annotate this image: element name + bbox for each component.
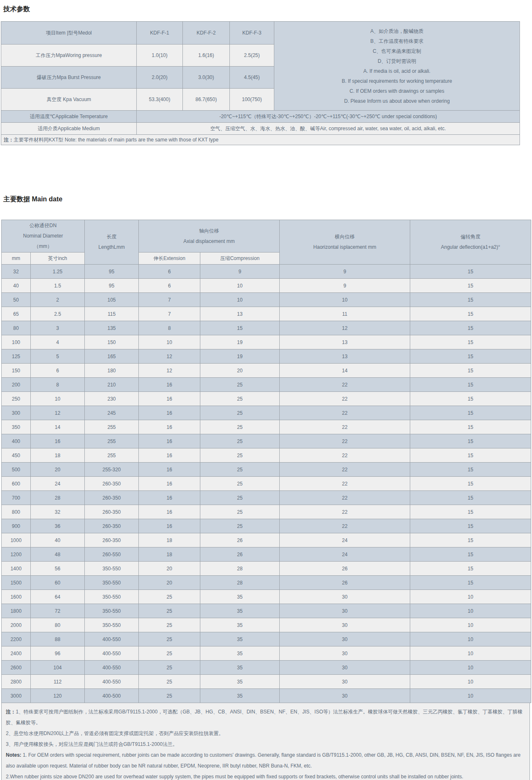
table-cell: 28 — [200, 562, 280, 576]
table-cell: 96 — [31, 646, 85, 661]
table-cell: 9 — [280, 265, 410, 279]
table-cell: 260-350 — [85, 491, 139, 505]
table-cell: 400 — [2, 434, 31, 448]
note-text: 1、特殊要求可按用户图纸制作，法兰标准采用GB/T9115.1-2000，可选配… — [6, 709, 522, 726]
table-row: 321.259569915 — [2, 265, 531, 279]
table-row: 8031358151215 — [2, 321, 531, 335]
table-cell: 150 — [85, 335, 139, 349]
side-note-line: D. Please Inform us about above when ord… — [274, 96, 520, 106]
table-row: 3501425516252215 — [2, 420, 531, 434]
table-cell: 25 — [200, 420, 280, 434]
item-model-header: 项目Item |型号Medol — [1, 22, 137, 45]
table-cell: 19 — [200, 349, 280, 364]
table-cell: 18 — [139, 533, 200, 547]
table-cell: 40 — [31, 533, 85, 547]
table-cell: 30 — [280, 689, 410, 703]
table-cell: 13 — [280, 349, 410, 364]
table-cell: 500 — [2, 463, 31, 477]
table-cell: 350-550 — [85, 604, 139, 618]
table-cell: 16 — [139, 434, 200, 448]
table-cell: 5 — [31, 349, 85, 364]
main-table-body: 321.259569915401.59561091550210571010156… — [2, 265, 531, 703]
table-cell: 12 — [139, 349, 200, 364]
table-cell: 15 — [410, 378, 531, 392]
table-cell: 7 — [139, 307, 200, 321]
table-cell: 30 — [280, 675, 410, 689]
table-cell: 2 — [31, 293, 85, 307]
table-cell: 25 — [139, 661, 200, 675]
table-cell: 22 — [280, 519, 410, 533]
side-notes-cell: A、如介质油，酸碱物质B、工作温度有特殊要求C、也可来函来图定制D、订货时需说明… — [274, 22, 520, 111]
table-cell: 10 — [200, 293, 280, 307]
table-cell: 10 — [410, 646, 531, 661]
table-cell: 25 — [200, 406, 280, 420]
table-row: 200080350-55025353010 — [2, 618, 531, 632]
table-cell: 35 — [200, 618, 280, 632]
table-cell: 10 — [410, 689, 531, 703]
table-cell: 25 — [139, 618, 200, 632]
table-cell: 35 — [200, 661, 280, 675]
row-label: 真空度 Kpa Vacuum — [1, 89, 137, 111]
table-cell: 16 — [139, 463, 200, 477]
table-cell: 60 — [31, 576, 85, 590]
table-cell: 15 — [410, 321, 531, 335]
table-cell: 15 — [410, 477, 531, 491]
subheader-extension: 伸长Extension — [139, 253, 200, 265]
table-cell: 26 — [200, 533, 280, 547]
note-text: 2、悬空给水使用DN200以上产品，管道必须有固定支撑或固定托架，否则产品应安装… — [6, 730, 224, 736]
footnote-prefix: 注： — [4, 137, 14, 143]
table-cell: 15 — [410, 265, 531, 279]
table-cell: 100 — [2, 335, 31, 349]
table-cell: 72 — [31, 604, 85, 618]
table-cell: 2800 — [2, 675, 31, 689]
note-paragraph: 2.When rubber joints size above DN200 ar… — [2, 771, 530, 780]
table-cell: 22 — [280, 463, 410, 477]
table-row: 5021057101015 — [2, 293, 531, 307]
model-header: KDF-F-1 — [137, 22, 183, 45]
table-cell: 13 — [200, 307, 280, 321]
table-cell: 35 — [200, 646, 280, 661]
table-cell: 1.5 — [31, 279, 85, 293]
notes-box: 注：1、特殊要求可按用户图纸制作，法兰标准采用GB/T9115.1-2000，可… — [1, 703, 530, 780]
table-cell: 95 — [85, 279, 139, 293]
table-cell: 22 — [280, 434, 410, 448]
table-cell: 3000 — [2, 689, 31, 703]
table-cell: 300 — [2, 406, 31, 420]
table-row: 80032260-35016252215 — [2, 505, 531, 519]
table-cell: 18 — [139, 547, 200, 562]
table-cell: 25 — [139, 675, 200, 689]
tech-params-table: 项目Item |型号Medol KDF-F-1 KDF-F-2 KDF-F-3 … — [1, 21, 520, 145]
table-cell: 12 — [280, 321, 410, 335]
table-row: 90036260-35016252215 — [2, 519, 531, 533]
table-cell: 16 — [139, 420, 200, 434]
table-cell: 1.0(10) — [137, 45, 183, 67]
table-cell: 10 — [410, 632, 531, 646]
table-cell: 15 — [410, 392, 531, 406]
table-cell: 10 — [410, 661, 531, 675]
table-cell: 36 — [31, 519, 85, 533]
row-label: 工作压力MpaWoring pressure — [1, 45, 137, 67]
table-cell: 210 — [85, 378, 139, 392]
table-row: 3000120400-50025353010 — [2, 689, 531, 703]
table-cell: 28 — [31, 491, 85, 505]
table-cell: 22 — [280, 477, 410, 491]
table-cell: 2000 — [2, 618, 31, 632]
table-cell: 25 — [200, 448, 280, 463]
table-row: 注：主要零件材料同KXT型 Note: the materials of mai… — [1, 135, 520, 145]
table-cell: 26 — [280, 576, 410, 590]
subheader-mm: mm — [2, 253, 31, 265]
table-cell: 10 — [31, 392, 85, 406]
table-cell: 15 — [410, 576, 531, 590]
note-paragraph: 3、用户使用橡胶接头，对应法兰应是阀门法兰或符合GB/T9115.1-2000法… — [2, 739, 530, 750]
table-cell: 48 — [31, 547, 85, 562]
tech-params-title: 技术参数 — [0, 0, 532, 14]
table-cell: 400-550 — [85, 661, 139, 675]
table-cell: 25 — [200, 491, 280, 505]
table-cell: 1500 — [2, 576, 31, 590]
row-label: 爆破压力Mpa Burst Pressure — [1, 67, 137, 89]
table-row: 120048260-55018262415 — [2, 547, 531, 562]
table-cell: 35 — [200, 689, 280, 703]
table-cell: 2.5 — [31, 307, 85, 321]
table-cell: 4 — [31, 335, 85, 349]
table-cell: 18 — [31, 448, 85, 463]
